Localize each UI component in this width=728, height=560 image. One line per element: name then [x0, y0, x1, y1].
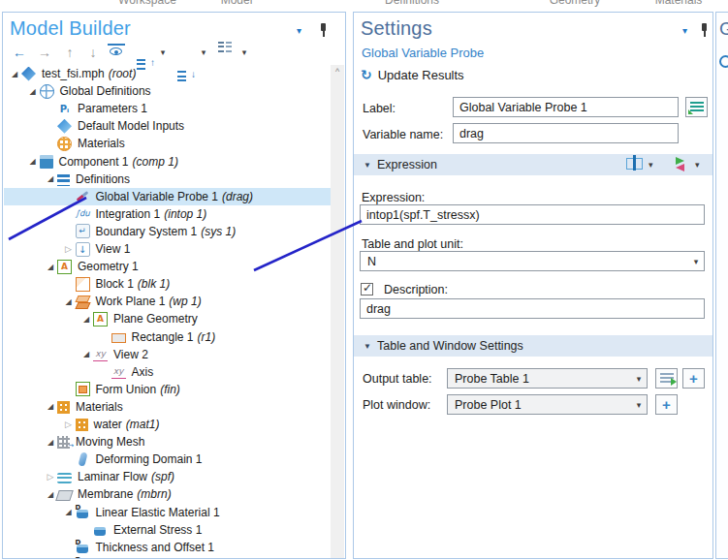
add-output-table-button[interactable]: +	[682, 368, 705, 389]
settings-menu-caret[interactable]: ▾	[682, 25, 687, 36]
expander-expanded-icon[interactable]: ◢	[44, 490, 57, 499]
tree-item-membrane[interactable]: ◢Membrane(mbrn)	[4, 485, 331, 503]
tree-item-parameters-1[interactable]: PᵢParameters 1	[4, 100, 331, 117]
move-down-button[interactable]: ↓	[82, 42, 104, 63]
variable-name-input[interactable]	[453, 123, 679, 143]
evaluate-expression-icon[interactable]	[675, 157, 687, 171]
tree-item-laminar-flow[interactable]: ▷Laminar Flow(spf)	[4, 468, 331, 485]
tree-item-default-model-inputs[interactable]: Default Model Inputs	[4, 117, 331, 135]
tree-item-label: External Stress 1	[113, 523, 202, 537]
geometry-icon: A	[93, 312, 108, 327]
expander-expanded-icon[interactable]: ◢	[79, 350, 93, 358]
forward-button[interactable]: →	[34, 42, 55, 63]
replace-expression-caret[interactable]: ▾	[649, 160, 653, 170]
tree-item-rectangle-1[interactable]: Rectangle 1(r1)	[4, 328, 331, 346]
zoom-icon[interactable]	[719, 55, 728, 68]
tree-item-deforming-domain-1[interactable]: Deforming Domain 1	[4, 451, 331, 468]
tree-item-plane-geometry[interactable]: ◢APlane Geometry	[4, 310, 331, 327]
tree-item-thickness-and-offset-1[interactable]: DThickness and Offset 1	[4, 539, 331, 556]
tree-item-component-1[interactable]: ◢Component 1(comp 1)	[4, 153, 331, 171]
move-up-button[interactable]: ↑	[59, 42, 80, 63]
expression-input[interactable]	[360, 204, 705, 225]
expression-section-header[interactable]: ▼ Expression	[354, 154, 712, 175]
tree-item-label: Boundary System 1	[96, 225, 198, 238]
back-button[interactable]: ←	[9, 42, 30, 63]
model-builder-menu-caret[interactable]: ▾	[297, 25, 301, 36]
update-results-button[interactable]: ↻ Update Results	[361, 66, 464, 83]
tree-item-geometry-1[interactable]: ◢AGeometry 1	[4, 258, 331, 275]
tree-item-block-1[interactable]: Block 1(blk 1)	[4, 275, 331, 293]
description-input[interactable]	[360, 298, 705, 319]
output-table-dropdown[interactable]: Probe Table 1 ▾	[447, 368, 648, 389]
expander-expanded-icon[interactable]: ◢	[26, 157, 40, 166]
refresh-icon: ↻	[361, 67, 372, 82]
tree-item-linear-elastic-material-1[interactable]: ◢DLinear Elastic Material 1	[4, 504, 331, 521]
scroll-up-arrow[interactable]: ^	[331, 65, 344, 79]
expand-level-caret[interactable]: ▾	[158, 47, 168, 57]
tree-item-global-definitions[interactable]: ◢Global Definitions	[4, 82, 331, 100]
table-arrow-icon	[660, 373, 674, 385]
materials-grid-icon	[57, 401, 70, 414]
show-button[interactable]	[108, 44, 125, 59]
expander-expanded-icon[interactable]: ◢	[8, 70, 21, 78]
tree-item-tag: (drag)	[222, 190, 253, 203]
graphics-title-fragment: G	[719, 18, 728, 40]
tree-item-axis[interactable]: xyAxis	[4, 363, 331, 381]
go-to-table-button[interactable]	[655, 368, 678, 389]
tree-item-form-union[interactable]: Form Union(fin)	[4, 381, 331, 398]
expander-expanded-icon[interactable]: ◢	[44, 263, 57, 271]
tree-item-label: Moving Mesh	[76, 435, 144, 449]
expander-expanded-icon[interactable]: ◢	[62, 297, 76, 306]
edit-label-button[interactable]	[685, 97, 708, 117]
material-node-icon	[93, 522, 108, 537]
add-plot-window-button[interactable]: +	[655, 394, 678, 415]
tree-item-global-variable-probe-1[interactable]: Global Variable Probe 1(drag)	[4, 188, 331, 205]
tree-item-water[interactable]: ▷water(mat1)	[4, 416, 331, 433]
tree-item-label: Geometry 1	[78, 260, 139, 273]
tree-item-test-fsi-mph[interactable]: ◢test_fsi.mph(root)	[4, 65, 331, 82]
tree-item-materials[interactable]: Materials	[4, 135, 331, 152]
tree-item-view-2[interactable]: ◢xyView 2	[4, 346, 331, 363]
expander-expanded-icon[interactable]: ◢	[79, 315, 93, 324]
tree-item-tag: (intop 1)	[164, 207, 206, 221]
tree-item-label: water	[94, 418, 122, 431]
expander-expanded-icon[interactable]: ◢	[26, 87, 40, 96]
expander-collapsed-icon[interactable]: ▷	[62, 244, 76, 254]
tree-item-integration-1[interactable]: ∫duIntegration 1(intop 1)	[4, 205, 331, 223]
evaluate-expression-caret[interactable]: ▾	[695, 160, 700, 170]
node-text-caret[interactable]: ▾	[239, 47, 249, 57]
node-text-button[interactable]	[218, 42, 232, 53]
unit-dropdown[interactable]: N ▾	[360, 251, 705, 271]
tree-item-external-stress-1[interactable]: External Stress 1	[4, 521, 331, 539]
table-window-section-header[interactable]: ▼ Table and Window Settings	[354, 335, 712, 357]
check-icon: ✓	[363, 281, 372, 295]
boundary-system-icon: ↵	[76, 224, 90, 238]
plot-window-dropdown[interactable]: Probe Plot 1 ▾	[447, 394, 648, 415]
expander-expanded-icon[interactable]: ◢	[62, 508, 76, 516]
globe-icon	[40, 84, 54, 99]
tree-item-work-plane-1[interactable]: ◢Work Plane 1(wp 1)	[4, 293, 331, 310]
collapse-level-caret[interactable]: ▾	[199, 47, 208, 57]
expander-expanded-icon[interactable]: ◢	[44, 402, 57, 411]
replace-expression-icon[interactable]	[626, 158, 643, 170]
label-input[interactable]	[453, 97, 679, 117]
tree-item-view-1[interactable]: ▷↓View 1	[4, 240, 331, 258]
tree-item-materials[interactable]: ◢Materials	[4, 398, 331, 416]
tree-scrollbar[interactable]: ^	[331, 65, 344, 558]
settings-panel: Settings ▾ Global Variable Probe ↻ Updat…	[353, 12, 713, 559]
tree-item-label: Parameters 1	[78, 102, 147, 115]
expander-collapsed-icon[interactable]: ▷	[62, 420, 76, 429]
tree-item-definitions[interactable]: ◢Definitions	[4, 171, 331, 188]
settings-pin-icon[interactable]	[700, 23, 709, 37]
unit-value: N	[361, 255, 688, 268]
output-table-label: Output table:	[363, 372, 432, 386]
description-checkbox[interactable]: ✓	[361, 283, 373, 296]
expander-expanded-icon[interactable]: ◢	[44, 438, 57, 447]
tree-item-boundary-system-1[interactable]: ↵Boundary System 1(sys 1)	[4, 223, 331, 240]
tree-item-item[interactable]: D	[4, 556, 331, 558]
expander-expanded-icon[interactable]: ◢	[44, 174, 57, 183]
model-builder-pin-icon[interactable]	[319, 23, 328, 37]
collapse-triangle-icon: ▼	[364, 161, 377, 170]
expander-collapsed-icon[interactable]: ▷	[44, 472, 57, 482]
tree-item-moving-mesh[interactable]: ◢Moving Mesh	[4, 433, 331, 451]
